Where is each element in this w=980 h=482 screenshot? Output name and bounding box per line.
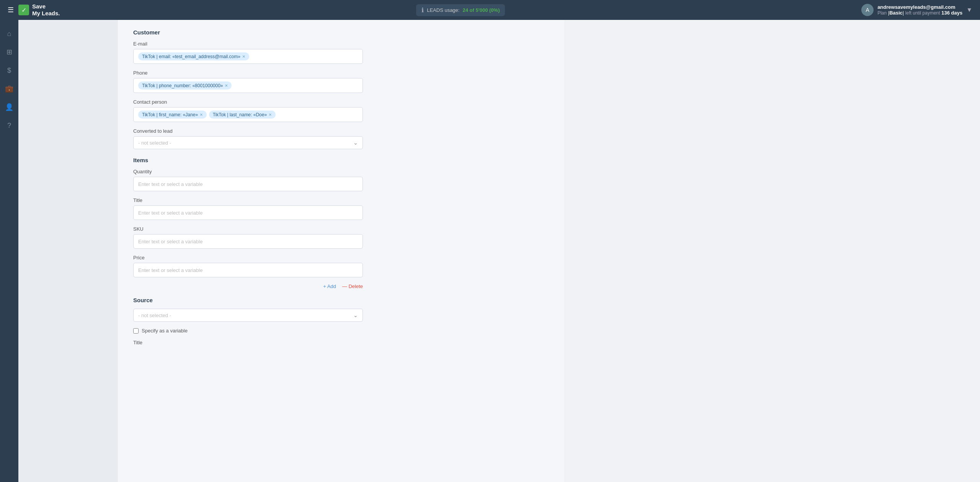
sidebar-item-home[interactable]: ⌂ — [2, 26, 17, 41]
title2-field-group: Title — [133, 340, 549, 345]
logo-icon: ✓ — [18, 5, 29, 15]
specify-variable-checkbox[interactable] — [133, 328, 139, 334]
quantity-label: Quantity — [133, 169, 549, 174]
right-panel — [564, 20, 980, 482]
sidebar-item-grid[interactable]: ⊞ — [2, 44, 17, 60]
chevron-down-icon: ⌄ — [353, 140, 358, 146]
contact-tag1-remove[interactable]: × — [200, 112, 203, 117]
email-label: E-mail — [133, 41, 549, 47]
converted-select[interactable]: - not selected - ⌄ — [133, 136, 363, 149]
price-input[interactable]: Enter text or select a variable — [133, 263, 363, 277]
phone-tag: TikTok | phone_number: «8001000000» × — [138, 81, 232, 90]
phone-field-group: Phone TikTok | phone_number: «8001000000… — [133, 70, 549, 93]
email-tag: TikTok | email: «test_email_address@mail… — [138, 52, 249, 60]
leads-usage-badge: ℹ LEADS usage: 24 of 5'000 (0%) — [416, 4, 505, 16]
left-panel — [18, 20, 118, 482]
sidebar-item-help[interactable]: ? — [2, 118, 17, 133]
title2-label: Title — [133, 340, 549, 345]
contact-tag1: TikTok | first_name: «Jane» × — [138, 111, 207, 119]
contact-tag2: TikTok | last_name: «Doe» × — [209, 111, 276, 119]
sku-placeholder: Enter text or select a variable — [138, 239, 203, 244]
sidebar-item-briefcase[interactable]: 💼 — [2, 81, 17, 96]
avatar: A — [861, 4, 874, 16]
user-dropdown-arrow[interactable]: ▼ — [966, 7, 972, 13]
sidebar-item-user[interactable]: 👤 — [2, 99, 17, 115]
sku-input[interactable]: Enter text or select a variable — [133, 234, 363, 249]
add-delete-row: + Add — Delete — [133, 283, 363, 289]
leads-count: 24 of 5'000 (0%) — [462, 7, 500, 13]
price-placeholder: Enter text or select a variable — [138, 267, 203, 273]
section-customer-title: Customer — [133, 29, 549, 36]
contact-label: Contact person — [133, 99, 549, 105]
leads-label: LEADS usage: — [427, 7, 459, 13]
phone-input[interactable]: TikTok | phone_number: «8001000000» × — [133, 78, 363, 93]
specify-variable-label: Specify as a variable — [142, 328, 188, 334]
email-input[interactable]: TikTok | email: «test_email_address@mail… — [133, 49, 363, 64]
title-input[interactable]: Enter text or select a variable — [133, 205, 363, 220]
logo-text: Save My Leads. — [32, 3, 60, 17]
title-field-group: Title Enter text or select a variable — [133, 197, 549, 220]
specify-variable-row: Specify as a variable — [133, 328, 549, 334]
contact-tag2-remove[interactable]: × — [269, 112, 272, 117]
phone-tag-remove[interactable]: × — [225, 83, 228, 88]
contact-input[interactable]: TikTok | first_name: «Jane» × TikTok | l… — [133, 107, 363, 122]
source-chevron-down-icon: ⌄ — [353, 312, 358, 318]
title-placeholder: Enter text or select a variable — [138, 210, 203, 216]
logo: ✓ Save My Leads. — [18, 3, 60, 17]
source-placeholder: - not selected - — [138, 313, 171, 318]
info-icon: ℹ — [421, 7, 424, 14]
delete-button[interactable]: — Delete — [342, 283, 363, 289]
section-source-title: Source — [133, 297, 549, 303]
sku-field-group: SKU Enter text or select a variable — [133, 226, 549, 249]
converted-field-group: Converted to lead - not selected - ⌄ — [133, 128, 549, 149]
converted-placeholder: - not selected - — [138, 140, 171, 146]
price-label: Price — [133, 255, 549, 261]
quantity-input[interactable]: Enter text or select a variable — [133, 177, 363, 191]
source-field-group: - not selected - ⌄ — [133, 309, 549, 322]
section-items-title: Items — [133, 157, 549, 163]
quantity-placeholder: Enter text or select a variable — [138, 181, 203, 187]
sidebar: ⌂ ⊞ $ 💼 👤 ? — [0, 20, 18, 482]
main-content: Customer E-mail TikTok | email: «test_em… — [118, 20, 564, 482]
source-select[interactable]: - not selected - ⌄ — [133, 309, 363, 322]
price-field-group: Price Enter text or select a variable — [133, 255, 549, 277]
user-info: andrewsavemyleads@gmail.com Plan |Basic|… — [877, 4, 962, 16]
sidebar-item-billing[interactable]: $ — [2, 63, 17, 78]
converted-label: Converted to lead — [133, 128, 549, 134]
title-label: Title — [133, 197, 549, 203]
add-button[interactable]: + Add — [323, 283, 336, 289]
contact-field-group: Contact person TikTok | first_name: «Jan… — [133, 99, 549, 122]
email-field-group: E-mail TikTok | email: «test_email_addre… — [133, 41, 549, 64]
hamburger-menu[interactable]: ☰ — [8, 6, 14, 14]
email-tag-remove[interactable]: × — [242, 54, 245, 59]
phone-label: Phone — [133, 70, 549, 76]
quantity-field-group: Quantity Enter text or select a variable — [133, 169, 549, 191]
sku-label: SKU — [133, 226, 549, 232]
